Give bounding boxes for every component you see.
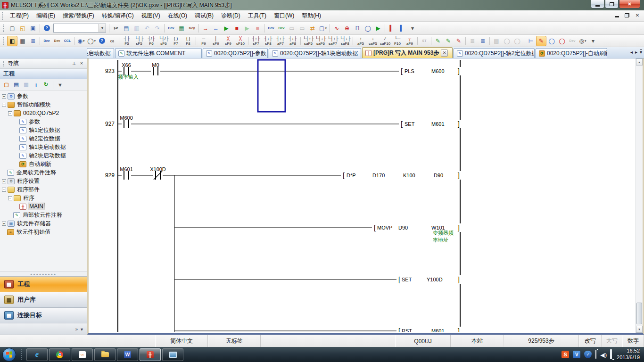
menu-item[interactable]: 窗口(W) [270, 10, 298, 21]
comm-tray-icon[interactable]: V [573, 351, 580, 358]
ladder-symbol-caF5-button[interactable]: ↓caF5 [367, 35, 379, 46]
tab-menu-icon[interactable]: ▾ [640, 49, 642, 55]
tree-item-轴2块启动数据[interactable]: ✎轴2块启动数据 [0, 151, 87, 160]
device-memory-button[interactable]: Dev [52, 36, 62, 46]
tree-item-MAIN[interactable]: ╫MAIN [0, 202, 87, 211]
document-tab[interactable]: ╫[PRG]R 写入 MAIN 953步✕ [362, 47, 453, 58]
device-search-button[interactable]: ◯▾ [86, 36, 97, 46]
expand-icon[interactable]: + [2, 94, 6, 99]
monitor-write-mode-button[interactable]: ◯ [557, 36, 567, 46]
monitor-stop-all-button[interactable]: ■ [252, 23, 263, 33]
ladder-symbol-sF9-button[interactable]: │sF9 [210, 35, 222, 46]
clock[interactable]: 16:522013/6/19 [617, 348, 640, 361]
scrollbar-thumb[interactable] [636, 303, 642, 324]
device-cclink-button[interactable]: CCL [62, 36, 73, 46]
collapse-icon[interactable]: - [8, 196, 12, 200]
ladder-editor[interactable]: 923X66频率输入M0[PLSM600]927M600[SETM601]929… [87, 58, 644, 335]
program-select-combo[interactable]: ▼ [53, 24, 106, 33]
document-tab[interactable]: ✎0020:QD75P2[]-参数 [203, 48, 268, 58]
panel-resize-grip[interactable]: ●●●●●●●●● [0, 272, 87, 276]
taskbar-app-photo-viewer[interactable] [162, 348, 183, 361]
tree-item-0020:QD75P2[interactable]: -0020:QD75P2 [0, 109, 87, 117]
menu-item[interactable]: 编辑(E) [33, 10, 59, 21]
scroll-up-icon[interactable]: ▲ [636, 58, 643, 66]
ladder-symbol-cF10-button[interactable]: ╳cF10 [234, 35, 247, 46]
ladder-symbol-F10-button[interactable]: └─F10 [391, 35, 404, 46]
open-file-button[interactable]: ◱ [17, 23, 28, 33]
read-from-plc-button[interactable]: ← [211, 23, 221, 33]
pin-icon[interactable]: ⊥ [70, 60, 78, 67]
ladder-symbol-F7-button[interactable]: ( )F7 [170, 35, 182, 46]
nav-view-button-连接目标[interactable]: ▦连接目标 [0, 307, 87, 323]
collapse-icon[interactable]: - [2, 103, 6, 107]
tree-item-轴2定位数据[interactable]: ✎轴2定位数据 [0, 134, 87, 143]
device-comment-button[interactable]: Dev [41, 36, 52, 46]
tab-scroll-right-icon[interactable]: ▸ [635, 49, 637, 55]
device-comment-edit-button[interactable]: Dev [166, 23, 176, 33]
work-window-list-button[interactable]: ≣ [28, 36, 38, 46]
start-button[interactable] [2, 348, 16, 362]
menu-item[interactable]: 帮助(H) [298, 10, 325, 21]
shield-tray-icon[interactable]: ✓ [584, 351, 592, 358]
menu-item[interactable]: 工具(T) [244, 10, 270, 21]
save-button[interactable]: ▣ [28, 23, 38, 33]
ladder-symbol-F8-button[interactable]: { }F8 [182, 35, 194, 46]
ladder-symbol-sF5-button[interactable]: └┤├sF5 [133, 35, 145, 46]
item-info-button[interactable]: i [32, 80, 41, 89]
trace-wave-button[interactable]: ∿ [331, 23, 342, 33]
taskbar-app-gx-works2[interactable]: ╫ [140, 348, 161, 361]
inline-statement-button[interactable]: ST [419, 36, 429, 46]
edit-block-delete-button[interactable]: ✎ [454, 36, 464, 46]
list-edit-button[interactable]: ≣ [478, 36, 488, 46]
nav-view-button-用户库[interactable]: ▦用户库 [0, 292, 87, 307]
write-to-plc-button[interactable]: → [200, 23, 211, 33]
tree-item-参数[interactable]: ✎参数 [0, 117, 87, 126]
trace-pulse-button[interactable]: Π [352, 23, 363, 33]
ladder-symbol-saF5-button[interactable]: └┤↑├saF5 [302, 35, 314, 46]
chevron-down-icon[interactable]: ▾ [325, 26, 327, 30]
menu-item[interactable]: 搜索/替换(F) [59, 10, 98, 21]
ladder-symbol-sF6-button[interactable]: └┤/├sF6 [157, 35, 170, 46]
expand-buttons-icon[interactable]: » [75, 327, 78, 332]
tree-item-软元件存储器[interactable]: +▦软元件存储器 [0, 219, 87, 228]
menu-item[interactable]: 在线(O) [164, 10, 191, 21]
paste-button[interactable]: ▥ [132, 23, 142, 33]
chevron-down-icon[interactable]: ▾ [94, 39, 96, 43]
ladder-symbol-sF7-button[interactable]: ┤↑├sF7 [250, 35, 262, 46]
zoom-button[interactable]: ◎▾ [578, 36, 588, 46]
tree-item-参数[interactable]: +⚙参数 [0, 92, 87, 100]
cut-button[interactable]: ✂ [111, 23, 121, 33]
find-note-button[interactable]: ◯ [512, 36, 522, 46]
ladder-symbol-saF6-button[interactable]: └┤↓├saF6 [314, 35, 327, 46]
tree-item-自动刷新[interactable]: ⟳自动刷新 [0, 160, 87, 168]
mdi-minimize-button[interactable] [613, 12, 620, 18]
outline-view-button[interactable]: ⊢ [526, 36, 536, 46]
mdi-close-button[interactable]: ✕ [634, 12, 641, 18]
toolbar-overflow-button[interactable]: ▾ [407, 23, 418, 33]
menu-item[interactable]: 调试(B) [191, 10, 217, 21]
tree-item-软元件初始值[interactable]: ≡软元件初始值 [0, 228, 87, 236]
vertical-scrollbar[interactable]: ▲ ▼ [636, 58, 643, 333]
help-ladder-button[interactable]: ? [97, 36, 107, 46]
redo-button[interactable]: ↷ [152, 23, 163, 33]
close-button[interactable]: ✕ [619, 0, 640, 8]
change-tc-setting-button[interactable]: ≣ [467, 36, 478, 46]
monitor-stop-button[interactable]: ■ [231, 23, 242, 33]
ladder-symbol-aF9-button[interactable]: ┬aF9 [404, 35, 416, 46]
panel-close-icon[interactable]: × [78, 60, 85, 67]
tree-item-局部软元件注释[interactable]: ✎局部软元件注释 [0, 211, 87, 219]
graph-view-2-button[interactable]: ▍ [397, 23, 407, 33]
tab-scroll-left-icon[interactable]: ◂ [630, 49, 633, 55]
menu-item[interactable]: 工程(P) [6, 10, 33, 21]
ladder-symbol-saF8-button[interactable]: └┤↓├saF8 [339, 35, 351, 46]
tree-item-程序部件[interactable]: -程序部件 [0, 185, 87, 194]
minimize-button[interactable] [591, 0, 604, 8]
taskbar-app-windows-explorer[interactable] [94, 348, 116, 361]
document-tab[interactable]: ⟳0020:QD75P2[]-自动刷新 [536, 48, 607, 58]
module-configuration-button[interactable]: ▦ [17, 36, 28, 46]
new-file-button[interactable]: ▢ [7, 23, 17, 33]
new-item-button[interactable]: ▢ [2, 80, 11, 89]
trace-search-button[interactable]: ◯ [363, 23, 373, 33]
refresh-view-button[interactable]: ↻ [41, 80, 50, 89]
tree-item-轴1定位数据[interactable]: ✎轴1定位数据 [0, 126, 87, 134]
